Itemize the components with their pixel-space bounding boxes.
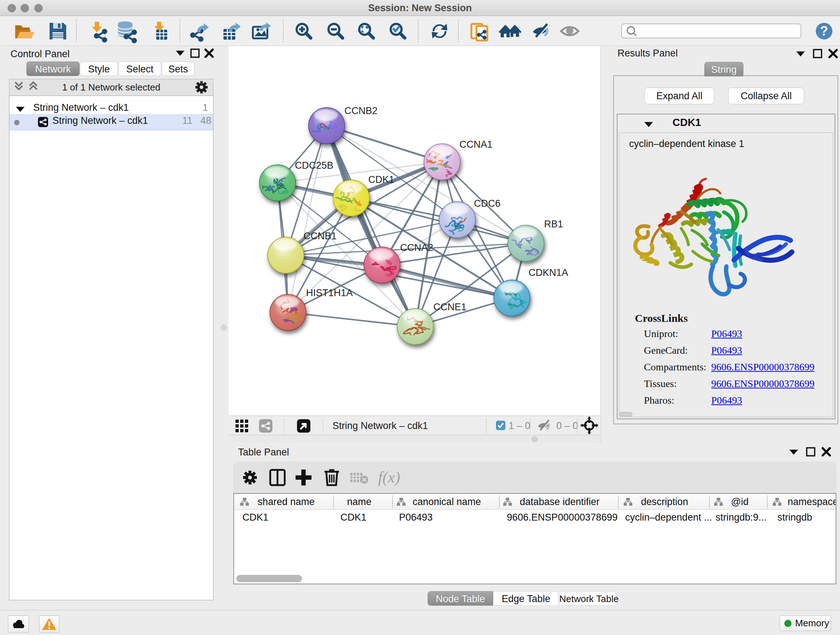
svg-text:CDK1: CDK1 bbox=[368, 174, 394, 185]
svg-text:HIST1H1A: HIST1H1A bbox=[306, 287, 353, 298]
svg-text:CDKN1A: CDKN1A bbox=[529, 267, 568, 278]
svg-text:CDC25B: CDC25B bbox=[295, 160, 333, 171]
svg-text:database identifier: database identifier bbox=[520, 496, 600, 507]
svg-text:CCNB1: CCNB1 bbox=[303, 231, 337, 241]
svg-text:CDC6: CDC6 bbox=[474, 198, 501, 209]
svg-text:canonical name: canonical name bbox=[412, 496, 481, 507]
svg-text:@id: @id bbox=[731, 496, 748, 507]
svg-text:RB1: RB1 bbox=[544, 219, 563, 230]
svg-text:CCNB2: CCNB2 bbox=[344, 105, 378, 116]
svg-text:?: ? bbox=[820, 24, 828, 38]
svg-text:CCNE1: CCNE1 bbox=[433, 302, 467, 312]
svg-text:shared name: shared name bbox=[257, 496, 315, 507]
svg-text:name: name bbox=[347, 496, 371, 507]
svg-text:namespace: namespace bbox=[788, 496, 836, 507]
svg-text:CCNA1: CCNA1 bbox=[459, 139, 493, 150]
svg-text:f(x): f(x) bbox=[378, 469, 400, 486]
svg-text:description: description bbox=[641, 496, 688, 507]
svg-text:CCNA2: CCNA2 bbox=[400, 242, 433, 253]
